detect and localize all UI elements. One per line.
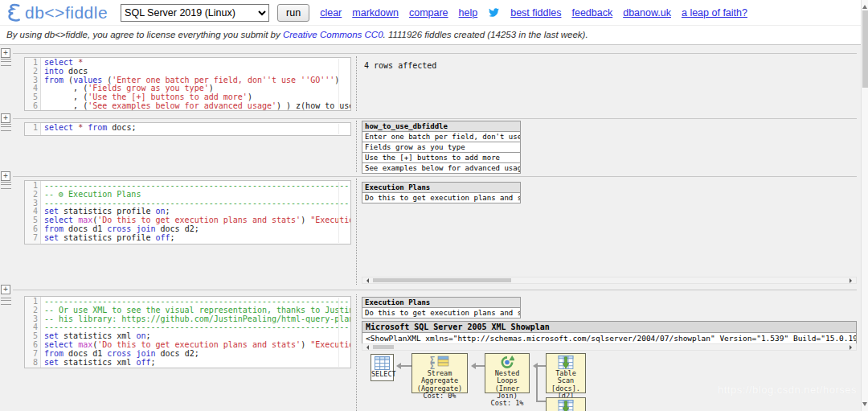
showplan-title: Microsoft SQL Server 2005 XML Showplan <box>362 322 856 333</box>
add-batch-button-1[interactable]: + <box>1 48 10 58</box>
scroll-up-icon[interactable] <box>862 2 867 9</box>
nav-link-feedback[interactable]: feedback <box>571 7 612 18</box>
nav-link-best-fiddles[interactable]: best fiddles <box>510 7 561 18</box>
nav-link-dbanow[interactable]: dbanow.uk <box>623 7 671 18</box>
plan-node-stream-aggregate[interactable]: Σ Σ Stream Aggregate (Aggregate) Cost: 0… <box>411 353 468 393</box>
drag-handle-icon-4[interactable] <box>1 298 11 305</box>
scrollbar-thumb[interactable] <box>373 278 511 282</box>
code-token: 'Fields grow as you type' <box>88 84 209 92</box>
result-column-header: how_to_use_dbfiddle <box>362 121 521 132</box>
code-token: ) ) z(how_to_use_dbfiddle); <box>276 101 351 110</box>
sql-editor-1[interactable]: 1select *2into docs3from (values ('Enter… <box>24 57 351 111</box>
code-token: , ( <box>44 92 88 101</box>
run-button[interactable]: run <box>277 4 309 22</box>
cc0-link[interactable]: Creative Commons CC0 <box>283 30 383 39</box>
add-batch-button-2[interactable]: + <box>1 113 10 123</box>
code-token: off <box>155 233 170 242</box>
nav-link-markdown[interactable]: markdown <box>352 7 399 18</box>
logo[interactable]: db<>fiddle <box>6 2 108 23</box>
code-token: statistics profile <box>59 233 155 242</box>
code-token: ; <box>150 358 155 367</box>
nav-link-leap-of-faith[interactable]: a leap of faith? <box>682 7 747 18</box>
plan-node-nested-loops[interactable]: Nested Loops (Inner Join) Cost: 1% <box>485 353 530 393</box>
plan-node-table-scan-d2[interactable]: Table Scan [docs].[d2] Cost: 48% <box>546 353 586 393</box>
code-token: -- ⚙ Execution Plans <box>44 190 141 199</box>
database-select[interactable]: SQL Server 2019 (Linux) <box>121 4 269 22</box>
drag-handle-icon-1[interactable] <box>1 59 11 66</box>
result-cell: Do this to get execution plans and stats <box>362 193 521 203</box>
scroll-left-icon[interactable] <box>364 278 369 283</box>
stats-horizontal-scrollbar[interactable] <box>362 277 857 284</box>
scrollbar-thumb[interactable] <box>373 345 394 349</box>
watermark: https://blog.csdn.net/horses <box>718 384 857 396</box>
code-token: join <box>136 224 155 233</box>
scrollbar-thumb[interactable] <box>862 10 868 88</box>
code-token: 'Do this to get execution plans and stat… <box>97 340 301 349</box>
code-line: 8set statistics xml off; <box>25 359 350 368</box>
code-token: max <box>78 216 92 224</box>
code-token: cross <box>107 224 131 233</box>
notice-text-after: . 1111926 fiddles created (14253 in the … <box>383 30 588 39</box>
result-header-row: Execution Plans <box>362 183 521 193</box>
code-token: ----------------------------------------… <box>44 323 349 331</box>
code-token: set <box>44 233 59 242</box>
svg-text:Σ: Σ <box>430 362 435 369</box>
code-token: select <box>44 58 73 67</box>
code-token: into <box>44 67 63 76</box>
showplan-xml-text[interactable]: <ShowPlanXML xmlns="http://schemas.micro… <box>362 333 856 343</box>
result-row: Use the [+] buttons to add more <box>362 153 521 163</box>
result-cell: See examples below for advanced usage <box>362 163 521 174</box>
code-lines-2: 1select * from docs; <box>25 123 350 133</box>
plan-node-label: SELECT <box>371 371 393 378</box>
code-token: docs d2; <box>156 349 199 358</box>
line-number: 2 <box>25 306 41 315</box>
code-token: docs d1 <box>63 349 107 358</box>
result-table-execution-plans-4: Execution PlansDo this to get execution … <box>362 297 521 319</box>
plan-node-table-scan-d1[interactable]: Table Scan [docs].[d1] Cost: 48% <box>546 397 586 411</box>
result-row: Enter one batch per field, don't use 'GO… <box>362 132 521 142</box>
scroll-right-icon[interactable] <box>850 345 854 350</box>
code-token: * <box>78 58 83 67</box>
plan-node-cost: Cost: 1% <box>485 400 529 407</box>
code-line: 7set statistics profile off; <box>25 234 350 243</box>
scroll-down-icon[interactable] <box>862 402 867 409</box>
xml-horizontal-scrollbar[interactable] <box>362 343 857 351</box>
sql-editor-4[interactable]: 1---------------------------------------… <box>24 296 351 368</box>
logo-text: db<>fiddle <box>25 3 108 23</box>
code-token: , ( <box>44 101 88 110</box>
nav-link-clear[interactable]: clear <box>320 7 342 18</box>
xml-showplan-box: Microsoft SQL Server 2005 XML Showplan <… <box>362 321 857 344</box>
plan-node-select[interactable]: SELECT <box>371 354 394 381</box>
drag-handle-icon-3[interactable] <box>1 182 11 189</box>
sql-editor-3[interactable]: 1---------------------------------------… <box>24 180 351 245</box>
twitter-icon[interactable] <box>488 7 500 18</box>
code-token: from <box>44 76 63 84</box>
sql-editor-2[interactable]: 1select * from docs; <box>24 122 351 136</box>
page-vertical-scrollbar[interactable] <box>861 0 868 411</box>
line-number: 7 <box>25 350 41 359</box>
nav-link-help[interactable]: help <box>459 7 478 18</box>
scroll-left-icon[interactable] <box>364 345 369 350</box>
code-token: select <box>44 216 73 224</box>
code-token: docs; <box>107 123 136 132</box>
plan-edge <box>536 401 546 402</box>
plan-node-label: Stream Aggregate <box>412 370 467 385</box>
add-batch-button-3[interactable]: + <box>1 171 10 181</box>
code-token: ) <box>301 216 310 224</box>
code-token: ( <box>102 76 112 84</box>
topbar: db<>fiddle SQL Server 2019 (Linux) run c… <box>0 0 861 25</box>
drag-handle-icon-2[interactable] <box>1 124 11 131</box>
code-token: -- his library: https://github.com/Justi… <box>44 314 351 323</box>
code-token: values <box>73 76 102 84</box>
dbfiddle-app: db<>fiddle SQL Server 2019 (Linux) run c… <box>0 0 868 411</box>
plan-edge <box>536 366 538 402</box>
scroll-right-icon[interactable] <box>850 278 854 283</box>
result-table-how-to-use: how_to_use_dbfiddleEnter one batch per f… <box>362 121 521 174</box>
nav-link-compare[interactable]: compare <box>409 7 448 18</box>
result-cell: Fields grow as you type <box>362 142 521 153</box>
result-divider <box>356 294 357 411</box>
code-token: ----------------------------------------… <box>44 297 349 306</box>
add-batch-button-4[interactable]: + <box>1 285 10 294</box>
plan-node-sublabel: (Inner Join) <box>485 385 529 401</box>
block-separator <box>13 290 857 290</box>
